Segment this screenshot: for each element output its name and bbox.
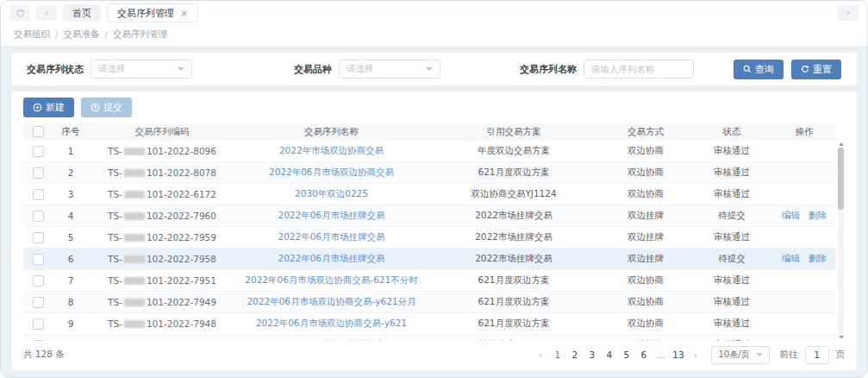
page-button[interactable]: 3 bbox=[584, 347, 599, 362]
new-button[interactable]: 新建 bbox=[23, 98, 74, 117]
cell-plan: 年度双边交易方案 bbox=[428, 145, 600, 157]
breadcrumb-item-current: 交易序列管理 bbox=[113, 28, 167, 41]
scrollbar-track[interactable] bbox=[838, 148, 844, 334]
status-select[interactable]: 请选择 bbox=[91, 60, 192, 79]
table-body: 1 TS-101-2022-8096 2022年市场双边协商交易 年度双边交易方… bbox=[23, 141, 836, 341]
close-icon[interactable]: × bbox=[180, 9, 188, 18]
col-plan: 引用交易方案 bbox=[428, 126, 600, 138]
variety-select[interactable]: 请选择 bbox=[339, 60, 440, 79]
cell-ops: 编辑删除 bbox=[772, 210, 836, 222]
forward-button[interactable]: › bbox=[838, 5, 859, 21]
goto-page-input[interactable] bbox=[805, 346, 829, 364]
cell-checkbox bbox=[23, 211, 53, 222]
sequence-name-link[interactable]: 2022年01月市场双边协商交易 bbox=[269, 339, 394, 341]
reset-icon bbox=[801, 65, 809, 73]
page-button[interactable]: 13 bbox=[671, 347, 685, 362]
page-button[interactable]: 1 bbox=[550, 347, 565, 362]
cell-ops: 编辑删除 bbox=[772, 253, 836, 265]
page-button[interactable]: 4 bbox=[602, 347, 616, 362]
cell-status: 审核通过 bbox=[691, 188, 772, 200]
filter-actions: 查询 重置 bbox=[734, 60, 841, 79]
cell-plan: 2022市场挂牌交易 bbox=[428, 210, 600, 222]
cell-mode: 双边协商 bbox=[600, 188, 691, 200]
select-placeholder: 请选择 bbox=[98, 63, 126, 75]
table-scrollbar[interactable] bbox=[837, 123, 845, 341]
row-delete-link[interactable]: 删除 bbox=[809, 253, 827, 265]
cell-name: 2022年06月市场挂牌交易 bbox=[235, 210, 428, 222]
filter-panel: 交易序列状态 请选择 交易品种 请选择 交易序列名称 bbox=[11, 53, 857, 85]
submit-button[interactable]: 提交 bbox=[81, 98, 132, 117]
chevron-right-icon: › bbox=[846, 7, 851, 19]
reset-button[interactable]: 重置 bbox=[791, 60, 841, 79]
table-row: 2 TS-101-2022-8078 2022年06月市场双边协商交易 621月… bbox=[23, 162, 836, 184]
page-size-select[interactable]: 10条/页 bbox=[711, 346, 769, 364]
filter-label: 交易序列状态 bbox=[27, 63, 84, 76]
cell-mode: 双边挂牌 bbox=[600, 231, 691, 243]
tab-home[interactable]: 首页 bbox=[63, 4, 101, 22]
sequence-name-link[interactable]: 2022年06月市场挂牌交易 bbox=[278, 253, 384, 265]
row-checkbox[interactable] bbox=[33, 189, 44, 200]
cell-code: TS-101-2022-7948 bbox=[89, 318, 235, 329]
sequence-name-link[interactable]: 2022年06月市场双边协商交易 bbox=[269, 167, 394, 179]
page-button[interactable]: 5 bbox=[619, 347, 634, 362]
tab-trade-sequence[interactable]: 交易序列管理 × bbox=[107, 3, 198, 22]
select-all-checkbox[interactable] bbox=[33, 126, 44, 137]
filter-label: 交易品种 bbox=[294, 63, 332, 76]
header-checkbox-cell bbox=[23, 126, 53, 137]
sequence-name-link[interactable]: 2022年市场双边协商交易 bbox=[279, 145, 384, 157]
page-content: 交易序列状态 请选择 交易品种 请选择 交易序列名称 bbox=[1, 46, 867, 377]
cell-mode: 双边挂牌 bbox=[600, 210, 691, 222]
breadcrumb-item[interactable]: 交易组织 bbox=[14, 28, 50, 41]
sequence-name-link[interactable]: 2022年06月市场双边协商交易-621不分时 bbox=[245, 274, 417, 287]
cell-plan: 2022市场挂牌交易 bbox=[428, 231, 600, 243]
back-button[interactable]: ‹ bbox=[36, 5, 57, 21]
filter-status: 交易序列状态 请选择 bbox=[27, 60, 192, 79]
scroll-up-icon[interactable] bbox=[839, 142, 844, 146]
sequence-name-link[interactable]: 2022年06月市场挂牌交易 bbox=[278, 231, 384, 243]
row-checkbox[interactable] bbox=[33, 146, 44, 157]
row-checkbox[interactable] bbox=[33, 211, 44, 222]
row-edit-link[interactable]: 编辑 bbox=[782, 253, 800, 265]
page-button[interactable]: 2 bbox=[567, 347, 582, 362]
cell-index: 9 bbox=[53, 318, 89, 329]
sequence-name-link[interactable]: 2022年06月市场双边协商交易-y621分月 bbox=[247, 296, 415, 308]
row-edit-link[interactable]: 编辑 bbox=[782, 210, 800, 222]
cell-checkbox bbox=[23, 297, 53, 308]
breadcrumb-item[interactable]: 交易准备 bbox=[64, 28, 100, 41]
sequence-name-link[interactable]: 2030年双边0225 bbox=[295, 188, 368, 200]
cell-plan: 双边协商交易YJ1124 bbox=[428, 188, 600, 200]
goto-unit: 页 bbox=[836, 349, 846, 361]
row-checkbox[interactable] bbox=[33, 297, 44, 308]
row-checkbox[interactable] bbox=[33, 232, 44, 243]
cell-checkbox bbox=[23, 146, 53, 157]
prev-page-button[interactable]: ‹ bbox=[533, 347, 547, 362]
cell-name: 2022年06月市场挂牌交易 bbox=[235, 253, 428, 265]
scrollbar-thumb[interactable] bbox=[838, 148, 844, 210]
refresh-button[interactable] bbox=[9, 5, 30, 21]
row-checkbox[interactable] bbox=[33, 318, 44, 330]
row-checkbox[interactable] bbox=[33, 167, 44, 179]
table-row: 10 TS-101-2022-7937 2022年01月市场双边协商交易 双边协… bbox=[23, 335, 836, 341]
sequence-name-input[interactable] bbox=[584, 60, 694, 79]
col-ops: 操作 bbox=[772, 126, 836, 138]
page-button[interactable]: 6 bbox=[636, 347, 651, 362]
cell-mode: 双边协商 bbox=[600, 167, 691, 179]
redacted-code-segment bbox=[124, 148, 145, 155]
cell-code: TS-101-2022-7937 bbox=[89, 340, 235, 341]
sequence-name-link[interactable]: 2022年06月市场双边协商交易-y621 bbox=[256, 318, 407, 330]
cell-status: 审核通过 bbox=[691, 274, 772, 287]
search-button[interactable]: 查询 bbox=[734, 60, 784, 79]
cell-status: 待提交 bbox=[691, 253, 772, 265]
tab-bar: ‹ 首页 交易序列管理 × › bbox=[1, 1, 867, 25]
row-checkbox[interactable] bbox=[33, 254, 44, 265]
sequence-name-link[interactable]: 2022年06月市场挂牌交易 bbox=[278, 210, 384, 222]
table-row: 8 TS-101-2022-7949 2022年06月市场双边协商交易-y621… bbox=[23, 292, 836, 313]
row-checkbox[interactable] bbox=[33, 340, 44, 342]
cell-index: 4 bbox=[53, 211, 89, 221]
scroll-down-icon[interactable] bbox=[839, 336, 844, 339]
next-page-button[interactable]: › bbox=[688, 347, 703, 362]
table-header: 序号 交易序列编码 交易序列名称 引用交易方案 交易方式 状态 操作 bbox=[23, 123, 836, 141]
row-delete-link[interactable]: 删除 bbox=[809, 210, 827, 222]
col-name: 交易序列名称 bbox=[235, 126, 428, 138]
row-checkbox[interactable] bbox=[33, 275, 44, 287]
